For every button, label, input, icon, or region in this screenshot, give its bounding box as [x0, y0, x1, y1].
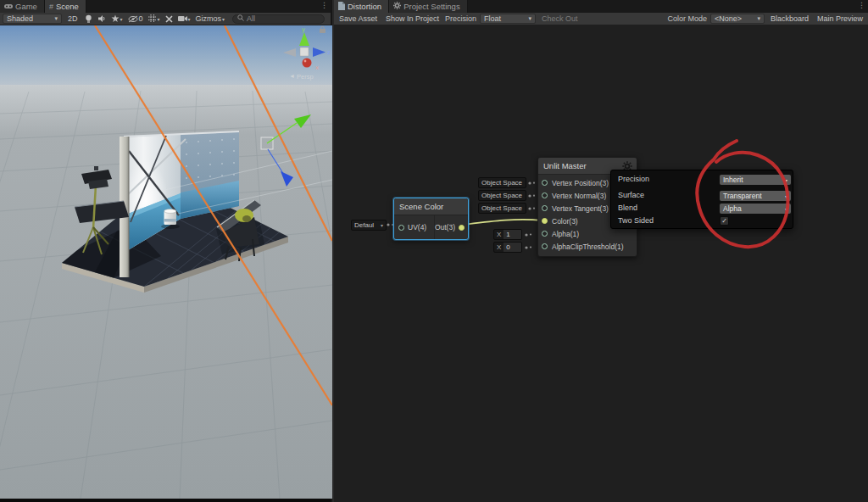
color-mode-dropdown[interactable]: <None> ▾ [710, 14, 765, 24]
color-mode-label: Color Mode [667, 14, 707, 23]
unity-editor-window: Game # Scene ⋮ Shaded ▾ 2D ▾ [0, 0, 868, 502]
tab-game-label: Game [15, 2, 37, 11]
vertex-position-label: Vertex Position(3) [552, 179, 609, 187]
hidden-count: 0 [139, 14, 143, 23]
scene-toolbar: Shaded ▾ 2D ▾ 0 ▾ [0, 13, 331, 25]
tab-game[interactable]: Game [0, 0, 45, 13]
uv-space-dropdown[interactable]: Defaul ▾ [351, 220, 387, 231]
lighting-toggle-button[interactable] [84, 14, 93, 24]
tab-project-settings-label: Project Settings [403, 2, 460, 11]
tab-scene-label: Scene [56, 2, 79, 11]
tab-project-settings[interactable]: Project Settings [389, 0, 468, 13]
alpha-port[interactable] [542, 231, 548, 237]
tab-scene[interactable]: # Scene [45, 0, 86, 13]
vertex-normal-label: Vertex Normal(3) [552, 192, 606, 200]
show-in-project-button[interactable]: Show In Project [383, 14, 442, 23]
popup-blend-label: Blend [618, 204, 637, 212]
alphaclip-value-field[interactable]: X 0 [493, 242, 522, 253]
camera-settings-button[interactable]: ▾ [177, 15, 192, 22]
bulb-icon [85, 14, 92, 24]
gear-icon [393, 2, 401, 11]
main-preview-toggle-button[interactable]: Main Preview [815, 14, 865, 23]
persp-label[interactable]: Persp [297, 73, 314, 81]
search-value: All [247, 14, 255, 23]
check-out-button[interactable]: Check Out [539, 14, 581, 23]
vertex-normal-space-dropdown[interactable]: Object Space [478, 190, 526, 201]
hidden-objects-button[interactable]: 0 [127, 14, 144, 23]
shading-mode-dropdown[interactable]: Shaded ▾ [3, 14, 62, 24]
tool-cross-icon [165, 15, 173, 23]
shader-graph-canvas[interactable]: Scene Color UV(4) Out(3) Defaul ▾ [334, 25, 868, 502]
graph-wires [334, 25, 868, 502]
popup-two-sided-checkbox[interactable]: ✓ [720, 216, 729, 226]
check-icon: ✓ [721, 218, 727, 225]
gamepad-icon [4, 2, 13, 11]
axis-y-label: y [302, 26, 305, 33]
camera-icon [178, 15, 187, 22]
alphaclip-label: AlphaClipThreshold(1) [552, 243, 624, 251]
scene-color-node-header[interactable]: Scene Color [394, 198, 468, 215]
alphaclip-port[interactable] [542, 243, 548, 249]
audio-toggle-button[interactable] [97, 14, 107, 23]
gizmos-dropdown[interactable]: Gizmos ▾ [195, 14, 226, 23]
blackboard-toggle-button[interactable]: Blackboard [768, 14, 811, 23]
shader-graph-pane: Distortion Project Settings ⋮ Save Asset… [334, 0, 868, 502]
uv-port-label: UV(4) [408, 223, 426, 231]
popup-surface-label: Surface [618, 191, 644, 199]
precision-dropdown[interactable]: Float ▾ [480, 14, 536, 24]
grid-visibility-button[interactable]: ▾ [147, 14, 161, 23]
vertex-position-space-dropdown[interactable]: Object Space [478, 177, 526, 188]
precision-label: Precision [445, 14, 476, 23]
persp-arrow-icon[interactable]: ◄ [289, 73, 295, 79]
popup-precision-dropdown[interactable]: Inherit ▾ [720, 175, 791, 185]
scene-grid-icon: # [49, 3, 53, 11]
color-label: Color(3) [552, 217, 578, 226]
axis-z-label: z [327, 49, 331, 56]
graph-pane-tabbar: Distortion Project Settings ⋮ [334, 0, 868, 13]
graph-pane-menu-icon[interactable]: ⋮ [858, 1, 865, 9]
scene-viewport[interactable]: y z x ◄ Persp [0, 25, 332, 499]
scene-pane-tabbar: Game # Scene ⋮ [0, 0, 331, 13]
effects-dropdown-button[interactable]: ▾ [110, 14, 124, 23]
scene-pane-menu-icon[interactable]: ⋮ [320, 1, 328, 9]
unlit-master-title: Unlit Master [543, 161, 587, 170]
popup-two-sided-label: Two Sided [618, 216, 654, 225]
vertex-tangent-space-dropdown[interactable]: Object Space [478, 203, 526, 214]
axis-x-label: x [315, 64, 319, 71]
red-circle-annotation [334, 25, 868, 502]
vertex-tangent-label: Vertex Tangent(3) [552, 204, 609, 213]
tab-distortion-label: Distortion [348, 2, 381, 11]
out-port-label: Out(3) [435, 223, 455, 231]
alpha-label: Alpha(1) [552, 230, 579, 238]
vertex-position-port[interactable] [542, 180, 548, 186]
uv-input-port[interactable] [398, 225, 404, 231]
save-asset-button[interactable]: Save Asset [337, 14, 380, 23]
out-port[interactable] [459, 225, 465, 231]
alpha-value-field[interactable]: X 1 [493, 229, 522, 240]
master-settings-popup: Precision Inherit ▾ Surface Transparent … [610, 170, 793, 229]
scene-search-input[interactable]: All [232, 14, 325, 24]
vertex-normal-port[interactable] [542, 192, 548, 198]
vertex-tangent-port[interactable] [542, 205, 548, 211]
grid-icon [148, 14, 157, 23]
editor-tools-button[interactable] [164, 15, 174, 23]
popup-precision-label: Precision [618, 175, 649, 183]
sky [0, 25, 332, 93]
search-icon [237, 14, 244, 23]
eye-slash-icon [128, 15, 138, 23]
effects-star-icon [111, 14, 120, 23]
color-port[interactable] [542, 218, 548, 224]
scene-pane-bottom-strip [0, 499, 331, 502]
scene-color-node[interactable]: Scene Color UV(4) Out(3) [393, 198, 469, 240]
tab-distortion[interactable]: Distortion [334, 0, 389, 13]
shader-asset-icon [338, 2, 345, 12]
speaker-icon [97, 14, 106, 23]
popup-surface-dropdown[interactable]: Transparent ▾ [720, 191, 791, 201]
scene-pane: Game # Scene ⋮ Shaded ▾ 2D ▾ [0, 0, 332, 502]
scene-3d-render: y z x ◄ Persp [0, 25, 332, 499]
graph-toolbar: Save Asset Show In Project Precision Flo… [334, 13, 868, 25]
2d-toggle-button[interactable]: 2D [65, 14, 81, 23]
popup-blend-dropdown[interactable]: Alpha ▾ [720, 204, 791, 214]
scene-color-title: Scene Color [399, 202, 443, 211]
